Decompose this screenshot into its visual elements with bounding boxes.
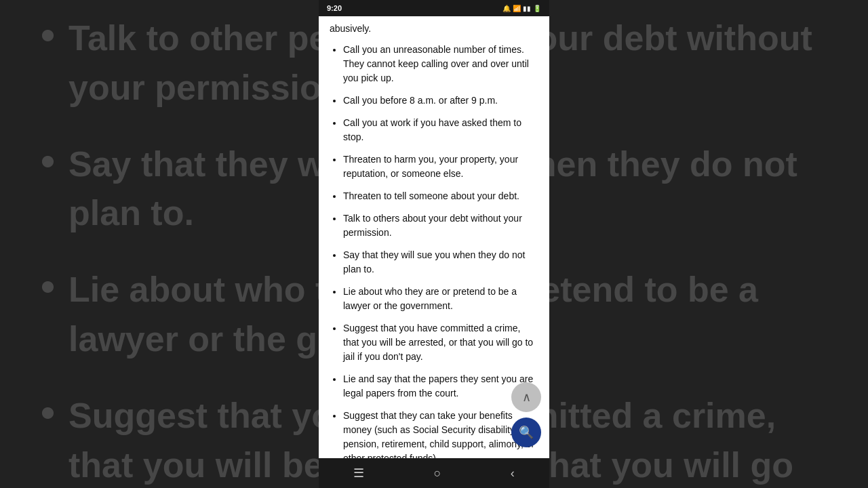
list-item-10: Suggest that they can take your benefits… (343, 409, 538, 458)
list-item-5: Talk to others about your debt without y… (343, 211, 538, 240)
list-item-8: Suggest that you have committed a crime,… (343, 321, 538, 364)
home-nav-button[interactable]: ○ (420, 461, 455, 486)
wifi-icon: 📶 (513, 5, 521, 12)
right-shadow-overlay (549, 0, 868, 488)
status-time: 9:20 (327, 4, 342, 12)
list-item-0: Call you an unreasonable number of times… (343, 43, 538, 85)
menu-icon: ☰ (353, 466, 364, 481)
search-button[interactable]: 🔍 (511, 418, 541, 447)
battery-icon: 🔋 (533, 5, 541, 12)
fab-container: ∧ 🔍 (511, 382, 541, 447)
list-item-3: Threaten to harm you, your property, you… (343, 152, 538, 181)
signal-icon: ▮▮ (523, 5, 531, 12)
home-icon: ○ (434, 466, 441, 481)
list-item-2: Call you at work if you have asked them … (343, 116, 538, 144)
bottom-navigation: ☰ ○ ‹ (319, 458, 549, 488)
list-item-7: Lie about who they are or pretend to be … (343, 285, 538, 313)
search-icon: 🔍 (519, 425, 534, 440)
scroll-up-button[interactable]: ∧ (511, 382, 541, 412)
restrictions-list: Call you an unreasonable number of times… (330, 43, 538, 458)
intro-partial-text: abusively. (330, 22, 538, 36)
back-nav-button[interactable]: ‹ (497, 461, 528, 486)
list-item-9: Lie and say that the papers they sent yo… (343, 372, 538, 401)
status-icons: 🔔 📶 ▮▮ 🔋 (502, 5, 541, 12)
list-item-6: Say that they will sue you when they do … (343, 248, 538, 277)
list-item-4: Threaten to tell someone about your debt… (343, 189, 538, 203)
list-item-1: Call you before 8 a.m. or after 9 p.m. (343, 94, 538, 108)
phone-frame: 9:20 🔔 📶 ▮▮ 🔋 abusively. Call you an unr… (319, 0, 549, 488)
chevron-up-icon: ∧ (522, 390, 531, 405)
status-bar: 9:20 🔔 📶 ▮▮ 🔋 (319, 0, 549, 16)
notification-icon: 🔔 (502, 5, 511, 12)
left-shadow-overlay (0, 0, 319, 488)
menu-nav-button[interactable]: ☰ (340, 460, 378, 486)
back-icon: ‹ (511, 466, 515, 481)
